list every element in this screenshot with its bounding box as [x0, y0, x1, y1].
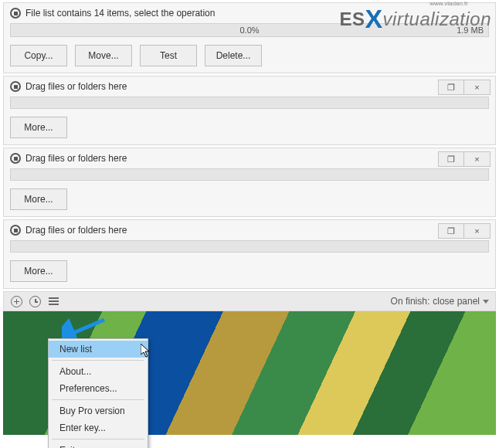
context-menu: New list About... Preferences... Buy Pro… [48, 338, 148, 448]
move-button[interactable]: Move... [75, 45, 132, 66]
copy-button[interactable]: Copy... [10, 45, 67, 66]
file-list-status: File list contains 14 items, select the … [25, 8, 215, 19]
drop-placeholder: Drag files or folders here [25, 81, 127, 92]
drop-placeholder: Drag files or folders here [25, 153, 127, 164]
duplicate-button[interactable]: ❐ [438, 151, 464, 167]
progress-percent: 0.0% [239, 25, 259, 35]
drop-panel-3[interactable]: ❐ × Drag files or folders here More... [3, 219, 496, 289]
menu-new-list[interactable]: New list [49, 341, 148, 358]
menu-separator [52, 399, 144, 400]
menu-separator [52, 360, 144, 361]
stop-icon[interactable] [10, 81, 21, 92]
more-button[interactable]: More... [10, 260, 67, 282]
menu-preferences[interactable]: Preferences... [49, 380, 148, 397]
drop-placeholder: Drag files or folders here [25, 225, 127, 236]
chevron-down-icon [483, 300, 489, 304]
bottom-toolbar: On finish: close panel [3, 291, 496, 311]
on-finish-value: close panel [433, 296, 480, 307]
delete-button[interactable]: Delete... [205, 45, 262, 66]
drop-progress-bar [10, 97, 489, 109]
drop-panel-1[interactable]: ❐ × Drag files or folders here More... [3, 76, 496, 145]
menu-enter-key[interactable]: Enter key... [49, 419, 148, 436]
drop-panel-2[interactable]: ❐ × Drag files or folders here More... [3, 148, 496, 217]
duplicate-button[interactable]: ❐ [438, 80, 464, 95]
test-button[interactable]: Test [140, 45, 197, 66]
stop-icon[interactable] [10, 8, 21, 19]
drop-progress-bar [10, 240, 489, 253]
stop-icon[interactable] [10, 225, 21, 236]
menu-separator [52, 439, 144, 440]
menu-buy-pro[interactable]: Buy Pro version [49, 402, 148, 419]
more-button[interactable]: More... [10, 117, 67, 138]
close-button[interactable]: × [464, 80, 491, 95]
watermark-logo: ESXvirtualization [339, 2, 491, 32]
more-button[interactable]: More... [10, 188, 67, 210]
clock-icon[interactable] [29, 295, 41, 307]
menu-icon[interactable] [47, 295, 59, 307]
close-button[interactable]: × [464, 151, 491, 167]
duplicate-button[interactable]: ❐ [438, 223, 464, 239]
add-icon[interactable] [10, 295, 22, 307]
stop-icon[interactable] [10, 153, 21, 164]
menu-about[interactable]: About... [49, 363, 148, 380]
menu-exit[interactable]: Exit [49, 442, 148, 448]
on-finish-label: On finish: [391, 296, 430, 307]
close-button[interactable]: × [464, 223, 491, 239]
on-finish-dropdown[interactable]: On finish: close panel [391, 296, 489, 307]
drop-progress-bar [10, 168, 489, 181]
